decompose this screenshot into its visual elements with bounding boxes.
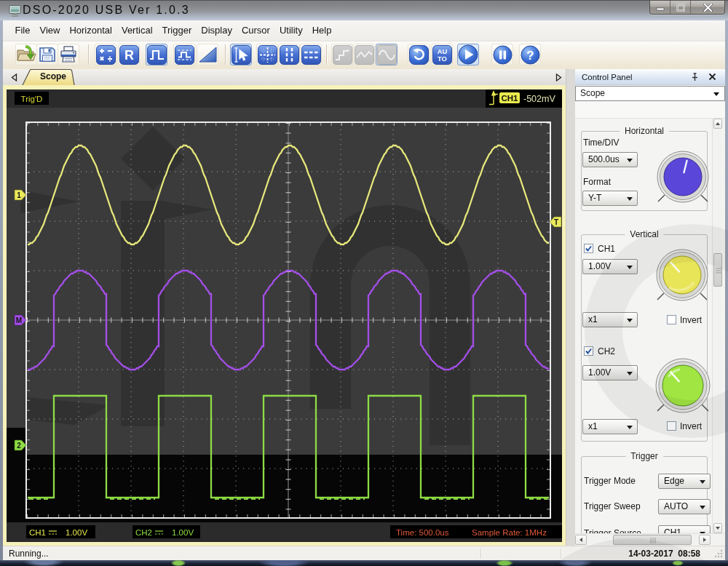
title-bar[interactable]: DSO-2020 USB Ver 1.0.3	[0, 0, 728, 20]
pause-icon	[493, 45, 513, 65]
horizontal-cursors-icon	[301, 45, 321, 65]
vertical-cursors-button[interactable]	[278, 44, 300, 65]
menu-horizontal[interactable]: Horizontal	[65, 20, 117, 41]
ch2-checkbox[interactable]	[584, 346, 593, 356]
format-value: Y-T	[588, 193, 601, 203]
help-button[interactable]: ?	[519, 44, 541, 65]
app-window: DSO-2020 USB Ver 1.0.3 File View Horizon…	[0, 0, 728, 566]
svg-text:2: 2	[17, 442, 21, 450]
app-icon	[9, 4, 22, 17]
status-separator	[561, 549, 562, 559]
cursor-icon	[232, 45, 251, 65]
pause-button[interactable]	[491, 44, 513, 65]
ch1-knob[interactable]	[653, 246, 711, 304]
minimize-button[interactable]	[650, 1, 670, 14]
grid-button[interactable]	[256, 44, 278, 65]
status-datetime: 14-03-2017 08:58	[628, 549, 700, 559]
help-icon: ?	[521, 45, 540, 65]
scope-display[interactable]: Trig'D CH1 -502mV 1 M 2 T CH1	[7, 89, 562, 542]
check-icon	[585, 244, 593, 252]
ch2-scale: 1.00V	[172, 528, 194, 537]
start-icon	[458, 44, 478, 65]
open-button[interactable]	[15, 44, 37, 65]
reference-button[interactable]: R	[118, 44, 140, 65]
ch1-scale-combo[interactable]: 1.00V	[582, 259, 638, 274]
scroll-up-button[interactable]	[713, 119, 722, 129]
resize-grip[interactable]	[713, 549, 724, 559]
window-border-bottom	[0, 560, 728, 566]
tab-scroll-left-button[interactable]	[9, 72, 19, 82]
minimize-icon	[656, 4, 665, 11]
panel-splitter[interactable]	[566, 69, 575, 546]
linear-interpolation-button[interactable]	[353, 44, 375, 65]
trigger-sweep-combo[interactable]: AUTO	[658, 499, 711, 514]
ch2-invert-checkbox[interactable]	[667, 421, 676, 431]
menu-trigger[interactable]: Trigger	[157, 20, 197, 41]
cursor-button[interactable]	[230, 44, 252, 65]
ch1-invert-label: Invert	[680, 315, 702, 325]
ramp-button[interactable]	[197, 44, 218, 65]
panel-selector-combo[interactable]: Scope	[575, 86, 725, 101]
vertical-group-label: Vertical	[625, 229, 663, 239]
ch2-scale-combo[interactable]: 1.00V	[582, 365, 638, 380]
print-icon	[58, 45, 79, 64]
math-button[interactable]	[95, 44, 116, 65]
ch2-mult-combo[interactable]: x1	[582, 419, 638, 434]
maximize-button[interactable]	[670, 1, 691, 14]
ch1-checkbox[interactable]	[584, 244, 593, 253]
trigger-source-combo[interactable]: CH1	[658, 525, 711, 533]
svg-text:TO: TO	[437, 55, 446, 63]
ch1-label: CH1	[598, 244, 615, 254]
pin-icon[interactable]	[691, 73, 699, 81]
panel-vscrollbar[interactable]	[712, 119, 722, 533]
scroll-left-button[interactable]	[575, 535, 587, 545]
arrow-left-icon	[11, 73, 17, 81]
square-wave-button[interactable]	[146, 44, 167, 65]
trigger-mode-value: Edge	[664, 476, 684, 486]
menu-vertical[interactable]: Vertical	[116, 20, 157, 41]
ch1-invert-checkbox[interactable]	[667, 315, 676, 324]
panel-strip	[575, 102, 725, 119]
format-combo[interactable]: Y-T	[582, 191, 638, 206]
scroll-down-button[interactable]	[713, 523, 722, 533]
sine-interpolation-button[interactable]	[376, 44, 397, 65]
start-button[interactable]	[457, 44, 479, 65]
ch2-knob[interactable]	[652, 355, 712, 416]
panel-close-icon[interactable]	[708, 73, 716, 81]
svg-text:R: R	[124, 48, 134, 63]
ch1-scale-value: 1.00V	[588, 261, 611, 271]
svg-text:?: ?	[526, 49, 534, 63]
timediv-combo[interactable]: 500.0us	[582, 152, 638, 167]
tab-scroll-right-button[interactable]	[554, 72, 563, 82]
menu-view[interactable]: View	[35, 20, 65, 41]
window-border-left	[0, 20, 3, 560]
panel-hscrollbar[interactable]	[575, 533, 725, 545]
horizontal-cursors-button[interactable]	[300, 44, 322, 65]
menu-display[interactable]: Display	[197, 20, 237, 41]
ch1-mult-combo[interactable]: x1	[582, 312, 638, 327]
refresh-button[interactable]	[408, 44, 430, 65]
auto-set-icon: AU TO	[432, 45, 452, 65]
open-icon	[16, 45, 36, 64]
hscroll-thumb[interactable]	[613, 535, 692, 545]
wave-limits-button[interactable]	[173, 44, 195, 65]
refresh-icon	[409, 45, 429, 65]
panel-header[interactable]: Control Panel	[575, 69, 725, 85]
step-interpolation-button[interactable]	[331, 44, 353, 65]
tab-bar: Scope	[3, 69, 566, 85]
scroll-right-button[interactable]	[699, 535, 711, 545]
menu-help[interactable]: Help	[307, 20, 336, 41]
save-button[interactable]	[36, 44, 58, 65]
trigger-mode-combo[interactable]: Edge	[658, 474, 711, 489]
vscroll-thumb[interactable]	[713, 253, 722, 287]
print-button[interactable]	[58, 44, 79, 65]
svg-text:M: M	[16, 316, 22, 324]
menu-cursor[interactable]: Cursor	[237, 20, 274, 41]
auto-set-button[interactable]: AU TO	[431, 44, 453, 65]
menu-file[interactable]: File	[10, 20, 35, 41]
reference-icon: R	[119, 45, 139, 65]
horizontal-knob[interactable]	[654, 148, 712, 206]
scope-client: Trig'D CH1 -502mV 1 M 2 T CH1	[3, 85, 566, 546]
close-button[interactable]	[691, 1, 724, 14]
menu-utility[interactable]: Utility	[274, 20, 307, 41]
